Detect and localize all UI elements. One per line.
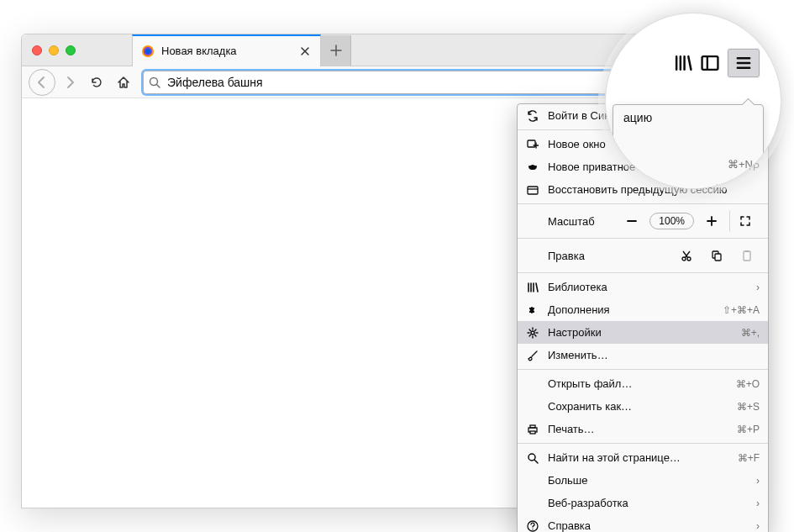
forward-button[interactable] (57, 70, 82, 95)
chevron-right-icon: › (756, 282, 760, 293)
minimize-window-button[interactable] (49, 45, 59, 55)
menu-zoom: Масштаб 100% (518, 207, 768, 235)
menu-library[interactable]: Библиотека › (518, 276, 768, 298)
svg-rect-11 (744, 251, 750, 261)
address-bar[interactable] (143, 71, 660, 94)
menu-web-developer[interactable]: Веб-разработка › (518, 492, 768, 514)
back-button[interactable] (29, 69, 55, 96)
svg-rect-10 (715, 254, 721, 261)
brush-icon (526, 350, 539, 361)
close-tab-button[interactable] (298, 45, 312, 58)
menu-addons[interactable]: Дополнения ⇧+⌘+A (518, 298, 768, 321)
mask-icon (526, 161, 539, 173)
menu-save-as[interactable]: Сохранить как… ⌘+S (518, 395, 768, 418)
search-icon (149, 76, 160, 88)
browser-tab[interactable]: Новая вкладка (132, 34, 321, 66)
zoom-toolbar-fragment (606, 49, 781, 77)
gear-icon (526, 327, 539, 339)
maximize-window-button[interactable] (66, 45, 76, 55)
chevron-right-icon: › (756, 498, 760, 509)
close-window-button[interactable] (32, 45, 42, 55)
menu-customize[interactable]: Изменить… (518, 344, 768, 366)
copy-button[interactable] (704, 245, 729, 266)
printer-icon (526, 424, 539, 435)
zoom-callout: ацию ⌘+N ⇧+⌘+P (605, 13, 781, 189)
svg-point-2 (145, 49, 150, 54)
paste-button[interactable] (734, 245, 760, 266)
zoom-level[interactable]: 100% (649, 213, 694, 229)
window-plus-icon (526, 139, 539, 150)
zoom-in-button[interactable] (699, 210, 724, 232)
sidebar-icon[interactable] (701, 54, 719, 72)
menu-edit: Правка (518, 241, 768, 270)
chevron-right-icon: › (756, 475, 760, 487)
menu-restore-session[interactable]: Восстановить предыдущую сессию (518, 178, 768, 201)
search-icon (526, 452, 539, 464)
zoom-menu-row-1: ацию (613, 105, 763, 130)
library-icon[interactable] (674, 54, 692, 72)
menu-help[interactable]: Справка › (518, 514, 768, 532)
menu-print[interactable]: Печать… ⌘+P (518, 418, 768, 440)
new-tab-button[interactable] (321, 35, 351, 66)
home-button[interactable] (111, 70, 136, 95)
restore-icon (526, 184, 539, 196)
zoom-out-button[interactable] (619, 210, 644, 232)
hamburger-menu-button[interactable] (728, 49, 760, 77)
svg-point-13 (531, 331, 534, 334)
url-input[interactable] (167, 76, 634, 89)
puzzle-icon (526, 304, 539, 316)
chevron-right-icon: › (756, 520, 760, 532)
svg-rect-19 (702, 56, 718, 70)
svg-rect-5 (528, 140, 535, 147)
firefox-favicon (141, 45, 155, 58)
fullscreen-button[interactable] (729, 210, 760, 232)
menu-more[interactable]: Больше › (518, 469, 768, 492)
svg-rect-6 (528, 187, 538, 194)
svg-rect-12 (745, 250, 749, 252)
menu-find[interactable]: Найти на этой странице… ⌘+F (518, 446, 768, 469)
tab-label: Новая вкладка (161, 45, 292, 57)
menu-preferences[interactable]: Настройки ⌘+, (518, 321, 768, 344)
sync-icon (526, 110, 539, 122)
menu-open-file[interactable]: Открыть файл… ⌘+O (518, 372, 768, 395)
library-icon (526, 282, 539, 293)
svg-rect-16 (530, 431, 535, 434)
help-icon (526, 520, 539, 532)
window-controls (22, 45, 86, 55)
reload-button[interactable] (84, 70, 109, 95)
cut-button[interactable] (674, 245, 699, 266)
svg-rect-15 (530, 425, 535, 428)
